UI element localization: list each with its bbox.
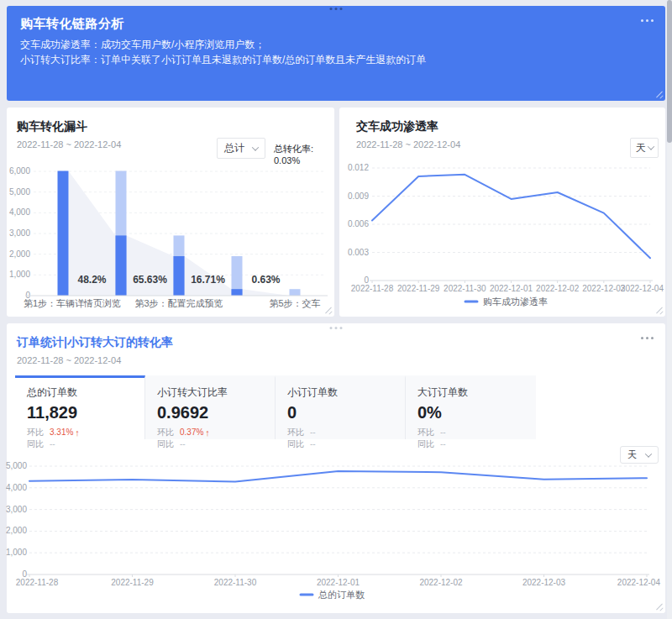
svg-text:4,000: 4,000	[6, 483, 27, 492]
yoy-row: 同比 --	[417, 438, 524, 450]
banner-description-line1: 交车成功渗透率：成功交车用户数/小程序浏览用户数；	[20, 38, 265, 52]
metric-value: 0.9692	[157, 403, 263, 422]
mom-row: 环比 --	[417, 427, 524, 438]
metric-value: 11,829	[27, 403, 133, 422]
orders-panel-title: 订单统计|小订转大订的转化率	[17, 335, 173, 350]
svg-text:2022-12-03: 2022-12-03	[522, 578, 566, 587]
svg-text:16.71%: 16.71%	[191, 274, 225, 286]
chevron-down-icon	[252, 144, 259, 150]
more-icon[interactable]	[641, 19, 654, 22]
svg-text:48.2%: 48.2%	[77, 274, 106, 286]
resize-handle-icon[interactable]	[654, 306, 663, 314]
svg-text:3,000: 3,000	[6, 505, 27, 514]
svg-text:4,000: 4,000	[9, 207, 30, 217]
mom-value: 3.31%	[50, 427, 73, 438]
mom-row: 环比 0.37% ↑	[157, 427, 263, 438]
drag-handle-icon[interactable]	[330, 8, 343, 10]
mom-value: --	[310, 427, 316, 438]
orders-line-chart: 01,0002,0003,0004,0005,0002022-11-282022…	[10, 460, 662, 608]
svg-text:0.009: 0.009	[348, 191, 369, 201]
funnel-chart: 01,0002,0003,0004,0005,0006,00048.2%65.6…	[10, 161, 331, 312]
svg-text:0.006: 0.006	[348, 219, 369, 228]
svg-text:6,000: 6,000	[9, 166, 30, 176]
header-banner-card: 购车转化链路分析 交车成功渗透率：成功交车用户数/小程序浏览用户数； 小订转大订…	[7, 6, 665, 101]
svg-text:2022-12-02: 2022-12-02	[536, 284, 580, 293]
svg-text:1,000: 1,000	[9, 270, 30, 279]
penetration-panel: 交车成功渗透率 2022-11-28 ~ 2022-12-04 天 00.003…	[339, 108, 665, 317]
resize-handle-icon[interactable]	[654, 90, 663, 98]
svg-text:第3步：配置完成预览: 第3步：配置完成预览	[134, 298, 223, 308]
svg-text:5,000: 5,000	[9, 187, 30, 197]
mom-row: 环比 3.31% ↑	[27, 427, 133, 438]
svg-text:总的订单数: 总的订单数	[318, 590, 365, 600]
svg-text:65.63%: 65.63%	[133, 274, 167, 286]
metric-cards: 总的订单数 11,829 环比 3.31% ↑ 同比 -- 小订转大订比率 0.…	[15, 375, 536, 439]
drag-handle-icon[interactable]	[330, 327, 343, 329]
funnel-scope-value: 总计	[224, 141, 244, 155]
yoy-value: --	[180, 438, 186, 450]
svg-text:2022-12-04: 2022-12-04	[617, 578, 661, 587]
svg-text:2022-11-28: 2022-11-28	[351, 284, 394, 293]
dashboard-page: 购车转化链路分析 交车成功渗透率：成功交车用户数/小程序浏览用户数； 小订转大订…	[0, 0, 672, 619]
svg-text:2022-12-04: 2022-12-04	[621, 284, 664, 293]
metric-card-small-orders[interactable]: 小订订单数 0 环比 -- 同比 --	[276, 375, 406, 439]
page-title: 购车转化链路分析	[20, 16, 124, 32]
svg-text:1,000: 1,000	[6, 548, 27, 557]
chevron-down-icon	[648, 143, 654, 150]
svg-text:0.012: 0.012	[348, 163, 369, 172]
yoy-row: 同比 --	[157, 438, 263, 450]
penetration-granularity-select[interactable]: 天	[630, 138, 659, 158]
svg-text:2022-11-29: 2022-11-29	[397, 284, 440, 293]
mom-value: --	[440, 427, 446, 438]
resize-handle-icon[interactable]	[654, 602, 663, 611]
arrow-up-icon: ↑	[75, 427, 80, 438]
funnel-panel-title: 购车转化漏斗	[17, 119, 87, 134]
orders-date-range: 2022-11-28 ~ 2022-12-04	[17, 355, 121, 365]
yoy-row: 同比 --	[27, 438, 133, 450]
chevron-down-icon	[645, 450, 652, 457]
svg-text:2022-11-29: 2022-11-29	[111, 578, 154, 587]
svg-text:2022-12-03: 2022-12-03	[582, 284, 626, 293]
svg-text:2,000: 2,000	[9, 249, 30, 259]
svg-text:2022-11-28: 2022-11-28	[16, 578, 59, 587]
metric-value: 0%	[417, 403, 524, 422]
penetration-line-chart: 00.0030.0060.0090.0122022-11-282022-11-2…	[351, 158, 657, 316]
funnel-date-range: 2022-11-28 ~ 2022-12-04	[17, 139, 121, 150]
svg-text:2022-11-30: 2022-11-30	[444, 284, 486, 293]
yoy-row: 同比 --	[287, 438, 393, 450]
penetration-granularity-value: 天	[636, 141, 646, 155]
svg-text:2022-12-01: 2022-12-01	[317, 578, 360, 587]
yoy-value: --	[440, 438, 446, 450]
svg-text:0.63%: 0.63%	[251, 274, 280, 286]
banner-description-line2: 小订转大订比率：订单中关联了小订订单且未退款的订单数/总的订单数且未产生退款的订…	[20, 53, 426, 67]
yoy-value: --	[310, 438, 316, 450]
mom-value: 0.37%	[180, 427, 203, 438]
metric-label: 总的订单数	[27, 386, 133, 400]
svg-text:第1步：车辆详情页浏览: 第1步：车辆详情页浏览	[24, 298, 121, 308]
svg-text:5,000: 5,000	[6, 461, 27, 470]
funnel-scope-select[interactable]: 总计	[217, 138, 265, 159]
scrollbar-track[interactable]	[667, 0, 672, 619]
metric-label: 小订订单数	[287, 386, 393, 400]
mom-row: 环比 --	[287, 427, 393, 438]
svg-text:2,000: 2,000	[6, 526, 27, 535]
penetration-panel-title: 交车成功渗透率	[356, 119, 438, 134]
svg-text:0.003: 0.003	[348, 248, 369, 257]
resize-handle-icon[interactable]	[323, 306, 332, 314]
funnel-panel: 购车转化漏斗 2022-11-28 ~ 2022-12-04 总计 总转化率: …	[7, 108, 334, 317]
arrow-up-icon: ↑	[205, 427, 210, 438]
metric-value: 0	[287, 403, 393, 422]
metric-card-small-to-big-rate[interactable]: 小订转大订比率 0.9692 环比 0.37% ↑ 同比 --	[145, 375, 276, 439]
svg-text:购车成功渗透率: 购车成功渗透率	[483, 296, 548, 307]
svg-text:2022-12-01: 2022-12-01	[490, 284, 533, 293]
metric-card-big-orders[interactable]: 大订订单数 0% 环比 -- 同比 --	[406, 375, 536, 439]
metric-card-total-orders[interactable]: 总的订单数 11,829 环比 3.31% ↑ 同比 --	[15, 375, 145, 439]
orders-panel: 订单统计|小订转大订的转化率 2022-11-28 ~ 2022-12-04 总…	[7, 323, 665, 613]
svg-text:第5步：交车: 第5步：交车	[269, 298, 320, 308]
svg-text:2022-12-02: 2022-12-02	[419, 578, 463, 587]
metric-label: 小订转大订比率	[157, 386, 263, 400]
orders-granularity-value: 天	[627, 449, 637, 461]
scrollbar-thumb[interactable]	[667, 0, 672, 143]
yoy-value: --	[50, 438, 55, 450]
more-icon[interactable]	[641, 337, 654, 339]
